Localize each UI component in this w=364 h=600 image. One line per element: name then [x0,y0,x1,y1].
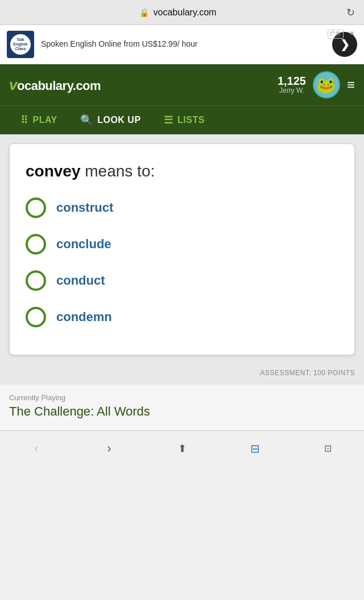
option-2[interactable]: conclude [26,234,338,254]
option-1[interactable]: construct [26,198,338,218]
ad-arrow-icon: ❯ [340,38,350,51]
nav-play[interactable]: ⠿ PLAY [9,106,69,134]
question-title: convey means to: [26,161,338,182]
search-icon: 🔍 [80,114,93,126]
card-wrapper: convey means to: construct conclude cond… [0,134,364,364]
score-name: Jerry W. [278,87,306,94]
hamburger-menu-button[interactable]: ≡ [347,77,355,93]
question-rest: means to: [81,162,155,180]
option-4-label: condemn [56,310,112,324]
share-icon: ⬆ [178,442,187,455]
nav-lookup[interactable]: 🔍 LOOK UP [69,106,152,134]
lists-icon: ☰ [164,114,173,126]
forward-button[interactable]: › [95,437,123,460]
main-header: vocabulary.com 1,125 Jerry W. 🐸 ≡ [0,64,364,105]
option-4-circle [26,307,46,327]
question-word: convey [26,162,81,180]
ad-logo: TalkEnglishClass [7,31,34,58]
ad-banner: 广告 ✕ TalkEnglishClass Spoken English Onl… [0,25,364,64]
ad-text: Spoken English Online from US$12.99/ hou… [41,39,325,50]
currently-playing-title: The Challenge: All Words [9,404,355,419]
option-1-circle [26,198,46,218]
ad-close-button[interactable]: ✕ [349,30,355,38]
logo-text: vocabulary.com [9,76,101,94]
lock-icon: 🔒 [139,8,149,17]
currently-playing: Currently Playing The Challenge: All Wor… [0,384,364,430]
play-icon: ⠿ [20,114,28,126]
ad-logo-text: TalkEnglishClass [10,34,31,55]
assessment-text: ASSESSMENT: 100 POINTS [260,369,355,377]
option-4[interactable]: condemn [26,307,338,327]
logo-rest: ocabulary.com [17,79,101,93]
nav-lookup-label: LOOK UP [97,115,140,125]
option-3-label: conduct [56,273,105,288]
avatar-image: 🐸 [316,76,336,94]
score-area: 1,125 Jerry W. [278,75,306,94]
book-icon: ⊟ [250,442,260,455]
forward-icon: › [107,441,111,456]
avatar[interactable]: 🐸 [313,71,340,98]
logo-v: v [9,76,17,93]
ad-label: 广告 [328,30,344,39]
header-right: 1,125 Jerry W. 🐸 ≡ [278,71,355,98]
question-card: convey means to: construct conclude cond… [9,143,355,355]
url-area: 🔒 vocabulary.com [9,7,346,18]
assessment-footer: ASSESSMENT: 100 POINTS [0,364,364,384]
logo-area: vocabulary.com [9,76,101,94]
option-2-circle [26,234,46,254]
back-icon: ‹ [34,441,38,456]
nav-play-label: PLAY [33,115,57,125]
option-3[interactable]: conduct [26,270,338,291]
nav-lists-label: LISTS [177,115,205,125]
book-button[interactable]: ⊟ [241,437,269,460]
browser-bar: 🔒 vocabulary.com ↻ [0,0,364,25]
url-text: vocabulary.com [154,7,217,18]
option-2-label: conclude [56,237,111,252]
extra-icon: ⊡ [324,443,332,454]
nav-bar: ⠿ PLAY 🔍 LOOK UP ☰ LISTS [0,105,364,134]
option-3-circle [26,270,46,291]
nav-lists[interactable]: ☰ LISTS [152,106,216,134]
share-button[interactable]: ⬆ [168,437,196,460]
currently-playing-label: Currently Playing [9,393,355,402]
back-button[interactable]: ‹ [22,437,51,460]
refresh-button[interactable]: ↻ [346,6,355,19]
option-1-label: construct [56,200,113,215]
score-number: 1,125 [278,75,306,87]
extra-button[interactable]: ⊡ [313,437,342,460]
bottom-nav: ‹ › ⬆ ⊟ ⊡ [0,430,364,465]
